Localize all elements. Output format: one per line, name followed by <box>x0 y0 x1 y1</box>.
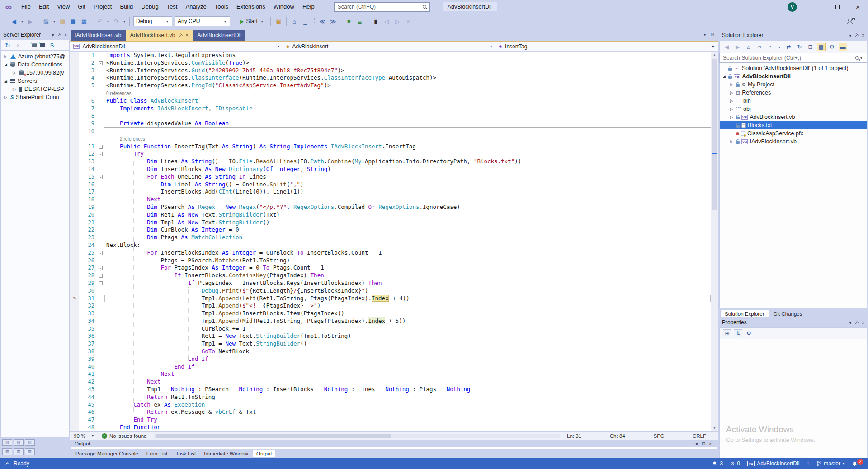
expander-icon[interactable]: ▷ <box>3 95 8 99</box>
maximize-panel-icon[interactable]: ⊡ <box>702 441 705 446</box>
code-line[interactable]: 21 Dim Tmp1 As New Text.StringBuilder() <box>70 219 711 227</box>
close-icon[interactable]: × <box>862 320 864 325</box>
menu-test[interactable]: Test <box>163 0 182 14</box>
solution-explorer-title-bar[interactable]: Solution Explorer ▾ ⊤ × <box>719 30 867 41</box>
vertical-scrollbar[interactable]: ▲ ▼ <box>711 52 718 431</box>
tree-item-157-90-99-82-v[interactable]: ▷×157.90.99.82(v <box>1 69 69 77</box>
code-line[interactable]: 42 Next <box>70 378 711 386</box>
expander-icon[interactable]: ▷ <box>729 139 734 144</box>
menu-window[interactable]: Window <box>269 0 298 14</box>
code-line[interactable]: ✎31 Tmp1.Append(Left(Ret1.ToString, Ptag… <box>70 295 711 303</box>
project-dropdown[interactable]: VB AdvBlockInsertDll ▾ <box>70 42 283 51</box>
code-line[interactable]: 17 InsertBlocks.Add(CInt(Line1(0)), Line… <box>70 188 711 196</box>
menu-edit[interactable]: Edit <box>35 0 53 14</box>
uncomment-lines-icon[interactable]: ≣ <box>355 18 365 25</box>
code-editor[interactable]: 1Imports System.Text.RegularExpressions2… <box>70 52 711 431</box>
tree-item-sharepoint-conn[interactable]: ▷SSharePoint Conn <box>1 93 69 101</box>
outgoing-commits-indicator[interactable]: ↑ <box>807 460 809 467</box>
code-line[interactable]: 5<Runtime.InteropServices.ProgId("Classi… <box>70 82 711 90</box>
alert-indicator[interactable]: 2 <box>852 461 863 467</box>
switch-views-icon[interactable]: ▱ <box>755 43 763 51</box>
horizontal-scrollbar[interactable] <box>154 434 560 438</box>
fold-collapse-icon[interactable]: - <box>99 175 103 179</box>
solution-item-advblockinsertdll[interactable]: ◢VBAdvBlockInsertDll <box>720 72 867 81</box>
code-line[interactable]: 2 references <box>70 135 711 143</box>
fold-collapse-icon[interactable]: - <box>99 274 103 278</box>
save-all-icon[interactable]: ▩ <box>79 18 89 25</box>
code-line[interactable]: 35 CurBlock += 1 <box>70 325 711 333</box>
solution-item-bin[interactable]: ▷bin <box>720 97 867 105</box>
pin-icon[interactable]: ⊤ <box>56 32 62 38</box>
window-menu-icon[interactable]: ▾ <box>52 33 54 38</box>
code-line[interactable]: 41 Next <box>70 370 711 378</box>
forward-icon[interactable]: ▶ <box>734 43 741 51</box>
connect-server-icon[interactable]: + <box>40 43 45 47</box>
solution-item-iadvblockinsert-vb[interactable]: ▷VBIAdvBlockInsert.vb <box>720 137 867 146</box>
properties-icon[interactable]: ⚙ <box>828 43 836 51</box>
redo-icon[interactable]: ↷ <box>111 18 121 25</box>
solution-config-combo[interactable]: Debug▾ <box>133 16 172 26</box>
solution-item-classicaspservice-pfx[interactable]: ClassicAspService.pfx <box>720 129 867 137</box>
fold-collapse-icon[interactable]: - <box>99 266 103 270</box>
tree-item-data-connections[interactable]: ◢Data Connections <box>1 61 69 69</box>
code-line[interactable]: 14 Dim InsertBlocks As New Dictionary(Of… <box>70 166 711 173</box>
output-title-bar[interactable]: Output ▾ ⊡ × <box>70 440 718 447</box>
open-file-icon[interactable]: ▥ <box>57 18 67 25</box>
code-line[interactable]: 30 Debug.Print($"{Ret1.Length}/{InsertBl… <box>70 287 711 295</box>
code-line[interactable]: 27- For PtagsIndex As Integer = 0 To Pta… <box>70 264 711 272</box>
fold-collapse-icon[interactable]: - <box>99 251 103 255</box>
stop-refresh-icon[interactable]: × <box>14 42 22 49</box>
undo-icon[interactable]: ↶ <box>95 18 105 25</box>
find-in-files-icon[interactable]: ▣ <box>274 18 283 25</box>
code-line[interactable]: 9 Private disposedValue As Boolean <box>70 120 711 128</box>
code-line[interactable]: 15- For Each OneLine As String In Lines <box>70 173 711 181</box>
code-line[interactable]: 32 Tmp1.Append($"<!--{PtagsIndex}-->") <box>70 302 711 310</box>
code-line[interactable]: 6Public Class AdvBlockInsert <box>70 97 711 105</box>
expander-icon[interactable]: ◢ <box>3 79 8 83</box>
show-all-files-icon[interactable]: ▤ <box>817 43 825 51</box>
code-line[interactable]: 39 End If <box>70 355 711 363</box>
code-line[interactable]: 46 Return ex.Message & vbCrLf & Txt <box>70 408 711 416</box>
fold-collapse-icon[interactable]: - <box>99 145 103 149</box>
solution-item-solution-advblockinsertdll-1-of-1-project[interactable]: ∞Solution 'AdvBlockInsertDll' (1 of 1 pr… <box>720 64 867 72</box>
code-line[interactable]: 11- Public Function InsertTag(Txt As Str… <box>70 143 711 151</box>
tab-list-dropdown-icon[interactable]: ▾ <box>704 32 706 37</box>
code-line[interactable]: 16 Dim Line1 As String() = OneLine.Split… <box>70 181 711 189</box>
expander-icon[interactable]: ▷ <box>729 82 734 87</box>
connect-database-icon[interactable]: + <box>32 43 37 47</box>
menu-view[interactable]: View <box>53 0 74 14</box>
close-icon[interactable]: × <box>185 32 189 38</box>
menu-project[interactable]: Project <box>90 0 116 14</box>
expander-icon[interactable]: ▷ <box>12 87 17 91</box>
tab-advblockinsertdll[interactable]: AdvBlockInsertDll <box>193 30 245 41</box>
expander-icon[interactable]: ▷ <box>729 90 734 95</box>
refresh-icon[interactable]: ↻ <box>4 42 11 49</box>
browse-web-icon[interactable]: ⌂ <box>289 18 299 25</box>
expander-icon[interactable]: ▷ <box>3 54 8 59</box>
tab-advblockinsert-vb[interactable]: AdvBlockInsert.vb⊤× <box>126 30 193 41</box>
member-dropdown[interactable]: ◈ InsertTag <box>495 42 708 51</box>
code-line[interactable]: 1Imports System.Text.RegularExpressions <box>70 52 711 59</box>
platform-combo[interactable]: Any CPU▾ <box>175 16 230 26</box>
menu-analyze[interactable]: Analyze <box>181 0 210 14</box>
code-line[interactable]: 3<Runtime.InteropServices.Guid("24209092… <box>70 67 711 75</box>
window-menu-icon[interactable]: ▾ <box>849 33 851 38</box>
tab-iadvblockinsert-vb[interactable]: IAdvBlockInsert.vb <box>71 30 126 41</box>
fold-collapse-icon[interactable]: - <box>99 152 103 156</box>
code-line[interactable]: 47 End Try <box>70 416 711 424</box>
new-project-icon[interactable]: ▨ <box>41 18 51 25</box>
property-pages-icon[interactable]: ⚙ <box>745 330 753 337</box>
scrollbar-thumb[interactable] <box>712 59 717 210</box>
minimized-window-icon[interactable]: _ <box>300 18 310 25</box>
bottom-tab-output[interactable]: Output <box>253 450 276 457</box>
docked-panel-icon[interactable]: ▤ <box>2 439 12 446</box>
code-line[interactable]: 0 references <box>70 90 711 97</box>
bottom-tab-error-list[interactable]: Error List <box>143 450 171 457</box>
bottom-tab-immediate-window[interactable]: Immediate Window <box>200 450 252 457</box>
notifications-indicator[interactable]: 3 <box>712 460 723 467</box>
comment-lines-icon[interactable]: ≡ <box>344 18 354 25</box>
panel-tab-git-changes[interactable]: Git Changes <box>769 310 807 317</box>
code-line[interactable]: 22 Dim CurBlock As Integer = 0 <box>70 226 711 234</box>
close-icon[interactable]: × <box>64 33 67 38</box>
categorized-icon[interactable]: ⊞ <box>723 330 731 337</box>
